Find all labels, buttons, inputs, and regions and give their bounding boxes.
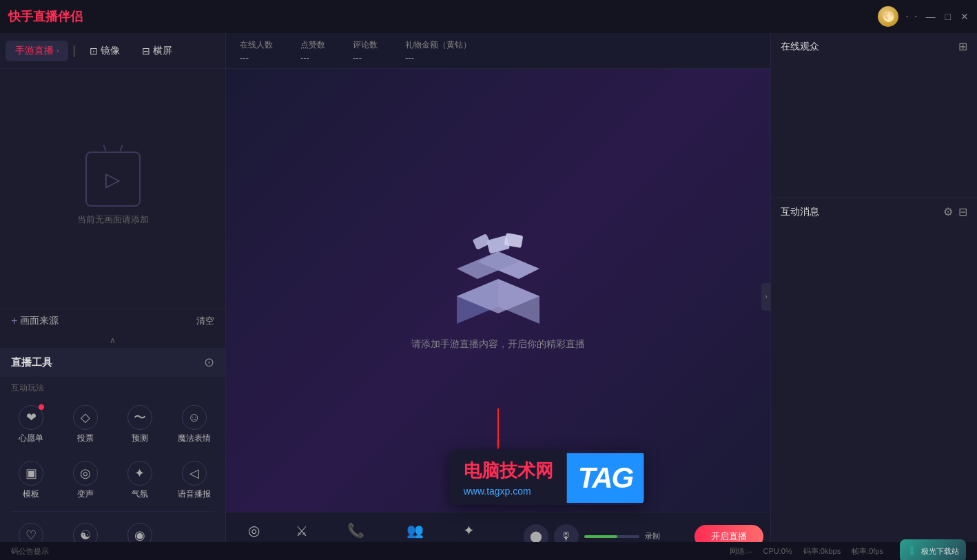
tool-magic-face[interactable]: ☺ 魔法表情 xyxy=(168,400,220,450)
stat-gifts-value: --- xyxy=(405,52,471,63)
chevron-icon: › xyxy=(56,47,59,54)
stat-online-label: 在线人数 xyxy=(240,39,273,51)
red-arrow xyxy=(497,408,500,450)
template-label: 模板 xyxy=(23,488,39,500)
nav-mirror[interactable]: ⊡ 镜像 xyxy=(80,41,130,61)
maximize-button[interactable]: □ xyxy=(945,11,951,22)
wishlist-label: 心愿单 xyxy=(19,433,43,444)
expand-icon[interactable]: ⊞ xyxy=(958,40,967,53)
magic-face-icon: ☺ xyxy=(182,405,207,430)
atmosphere-icon: ✦ xyxy=(127,461,152,486)
tool-predict[interactable]: 〜 预测 xyxy=(114,400,166,450)
wishlist-icon: ❤ xyxy=(19,405,43,430)
tool-wishlist[interactable]: ❤ 心愿单 xyxy=(6,400,57,450)
tools-title: 直播工具 xyxy=(11,356,52,369)
nav-mobile-live[interactable]: 手游直播 › xyxy=(6,41,68,61)
magic-face-label: 魔法表情 xyxy=(178,433,211,444)
interactive-msg-title: 互动消息 xyxy=(781,206,819,218)
minimize-icon[interactable]: ⊟ xyxy=(958,205,967,218)
watermark-overlay: 电脑技术网 www.tagxp.com TAG xyxy=(450,450,644,505)
stat-gifts: 礼物金额（黄钻） --- xyxy=(405,39,471,63)
stat-comments-value: --- xyxy=(353,52,378,63)
right-collapse-button[interactable]: › xyxy=(761,283,771,311)
volume-slider[interactable] xyxy=(584,535,639,538)
clear-button[interactable]: 清空 xyxy=(196,315,214,327)
stat-online: 在线人数 --- xyxy=(240,39,273,63)
sidebar-topnav: 手游直播 › | ⊡ 镜像 ⊟ 横屏 xyxy=(0,33,225,69)
download-badge[interactable]: ⬇ 极光下载站 xyxy=(900,539,966,560)
svg-rect-7 xyxy=(473,234,491,250)
status-fps: 帧率:0fps xyxy=(852,546,883,557)
settings-icon[interactable]: ⚙ xyxy=(943,205,953,218)
svg-marker-9 xyxy=(497,439,500,450)
nav-landscape-label: 横屏 xyxy=(153,45,172,57)
logo: 快手直播伴侣 xyxy=(8,8,83,25)
tools-grid-row2: ▣ 模板 ◎ 变声 ✦ 气氛 ◁ 语音播报 xyxy=(0,453,225,508)
tools-interactive-label: 互动玩法 xyxy=(0,377,225,397)
minimize-button[interactable]: — xyxy=(926,11,936,22)
tool-vote[interactable]: ◇ 投票 xyxy=(60,400,112,450)
voice-change-icon: ◎ xyxy=(73,461,98,486)
stat-gifts-label: 礼物金额（黄钻） xyxy=(405,39,471,51)
online-audience-section: 在线观众 ⊞ xyxy=(771,33,977,198)
record-label: 录制 xyxy=(645,531,660,541)
close-button[interactable]: ✕ xyxy=(960,11,969,22)
stream-preview: 请添加手游直播内容，开启你的精彩直播 xyxy=(226,69,770,512)
play-icon: ▷ xyxy=(105,168,121,191)
status-cpu: CPU:0% xyxy=(763,547,792,555)
status-bitrate: 码率:0kbps xyxy=(803,546,841,557)
titlebar: 快手直播伴侣 🌕 · · — □ ✕ xyxy=(0,0,977,33)
nav-separator: | xyxy=(72,43,76,58)
window-controls: — □ ✕ xyxy=(926,11,969,22)
add-scene-label: 画面来源 xyxy=(20,315,59,327)
collapse-arrow[interactable]: ∧ xyxy=(0,333,225,348)
app-title: 快手直播伴侣 xyxy=(8,8,83,25)
audience-connect-icon: 👥 xyxy=(407,522,424,539)
interactive-msg-header: 互动消息 ⚙ ⊟ xyxy=(771,198,977,225)
wishlist-badge xyxy=(39,404,44,410)
add-scene-button[interactable]: + 画面来源 xyxy=(11,315,59,327)
status-marquee: 码公告提示 xyxy=(11,546,49,557)
stats-bar: 在线人数 --- 点赞数 --- 评论数 --- 礼物金额（黄钻） --- xyxy=(226,33,770,69)
predict-label: 预测 xyxy=(132,433,148,444)
avatar[interactable]: 🌕 xyxy=(878,6,898,27)
template-icon: ▣ xyxy=(19,461,43,486)
tools-divider xyxy=(11,511,214,512)
nav-mobile-live-label: 手游直播 xyxy=(15,45,54,57)
volume-fill xyxy=(584,535,617,538)
decoration-icon: ✦ xyxy=(463,522,475,539)
tool-voice-broadcast[interactable]: ◁ 语音播报 xyxy=(168,455,220,506)
connect-battle-icon: 📞 xyxy=(347,522,364,539)
plus-icon: + xyxy=(11,315,17,327)
tool-atmosphere[interactable]: ✦ 气氛 xyxy=(114,455,166,506)
hongbao-icon: ◎ xyxy=(248,522,260,539)
watermark-main-text: 电脑技术网 xyxy=(464,459,553,483)
titlebar-right: 🌕 · · — □ ✕ xyxy=(878,6,969,27)
stat-likes-value: --- xyxy=(300,52,325,63)
voice-broadcast-icon: ◁ xyxy=(182,461,207,486)
vote-label: 投票 xyxy=(77,433,94,444)
predict-icon: 〜 xyxy=(127,405,152,430)
tools-header: 直播工具 ⊙ xyxy=(0,348,225,377)
tool-voice-change[interactable]: ◎ 变声 xyxy=(60,455,112,506)
preview-hint: 当前无画面请添加 xyxy=(77,214,149,226)
voice-broadcast-label: 语音播报 xyxy=(178,488,211,500)
tools-more-icon[interactable]: ⊙ xyxy=(204,355,214,370)
nav-landscape[interactable]: ⊟ 横屏 xyxy=(132,41,182,61)
stat-likes-label: 点赞数 xyxy=(300,39,325,51)
landscape-icon: ⊟ xyxy=(142,45,150,56)
nav-mirror-label: 镜像 xyxy=(101,45,120,57)
stat-likes: 点赞数 --- xyxy=(300,39,325,63)
watermark-text: 电脑技术网 www.tagxp.com xyxy=(450,450,567,505)
watermark-tag-text: TAG xyxy=(578,462,633,495)
tools-grid-row1: ❤ 心愿单 ◇ 投票 〜 预测 ☺ 魔法表情 xyxy=(0,397,225,453)
voice-change-label: 变声 xyxy=(77,488,94,500)
mirror-icon: ⊡ xyxy=(90,45,98,56)
tool-template[interactable]: ▣ 模板 xyxy=(6,455,57,506)
titlebar-dots: · · xyxy=(905,10,918,23)
download-icon: ⬇ xyxy=(907,543,917,559)
scene-controls: + 画面来源 清空 xyxy=(0,309,225,333)
interactive-msg-section: 互动消息 ⚙ ⊟ xyxy=(771,198,977,560)
preview-area: ▷ 当前无画面请添加 xyxy=(0,69,225,309)
online-audience-title: 在线观众 xyxy=(781,41,819,53)
